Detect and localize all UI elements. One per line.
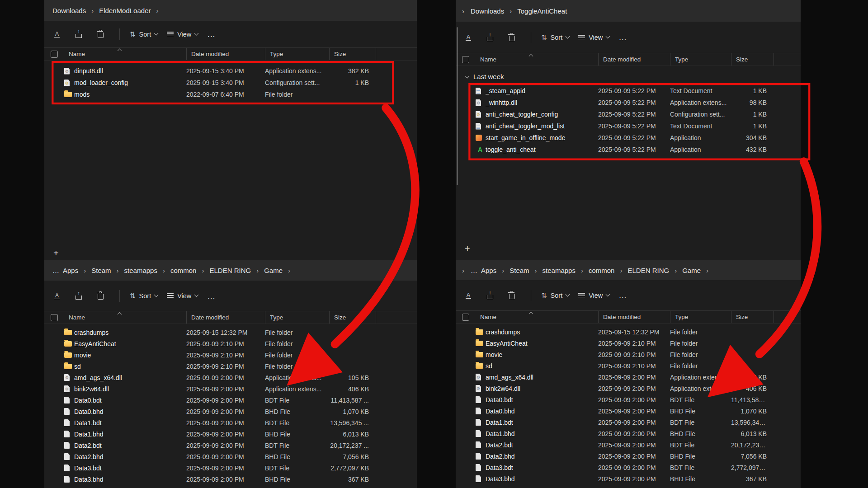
file-row[interactable]: sd 2025-09-09 2:10 PM File folder xyxy=(44,361,417,372)
file-row[interactable]: Data3.bdt 2025-09-09 2:00 PM BDT File 2,… xyxy=(456,462,801,473)
rename-button[interactable] xyxy=(49,27,65,42)
rename-button[interactable] xyxy=(460,30,476,45)
column-header-type[interactable]: Type xyxy=(670,53,731,66)
breadcrumb-item[interactable]: Apps xyxy=(63,267,78,274)
column-header-name[interactable]: Name xyxy=(64,311,186,324)
file-row[interactable]: amd_ags_x64.dll 2025-09-09 2:00 PM Appli… xyxy=(44,372,417,383)
new-item-button[interactable]: + xyxy=(51,248,61,258)
scrollbar[interactable] xyxy=(457,27,458,185)
breadcrumb-item[interactable]: Steam xyxy=(91,267,111,274)
delete-button[interactable] xyxy=(92,288,108,304)
file-row[interactable]: start_game_in_offline_mode 2025-09-09 5:… xyxy=(456,132,801,144)
file-row[interactable]: movie 2025-09-09 2:10 PM File folder xyxy=(456,349,801,360)
file-row[interactable]: toggle_anti_cheat 2025-09-09 5:22 PM App… xyxy=(456,144,801,155)
breadcrumb-item[interactable]: ELDEN RING xyxy=(627,267,669,274)
column-header-date[interactable]: Date modified xyxy=(186,311,265,324)
breadcrumb-item[interactable]: ToggleAntiCheat xyxy=(517,7,567,15)
column-header-type[interactable]: Type xyxy=(265,48,329,60)
chevron-right-icon[interactable]: › xyxy=(462,267,464,274)
breadcrumb-item[interactable]: steamapps xyxy=(124,267,157,274)
rename-button[interactable] xyxy=(460,288,476,303)
file-row[interactable]: anti_cheat_toggler_config 2025-09-09 5:2… xyxy=(456,108,801,120)
sort-button[interactable]: ⇅ Sort xyxy=(537,289,574,302)
breadcrumb-item[interactable]: Game xyxy=(264,267,283,274)
sort-button[interactable]: ⇅ Sort xyxy=(537,31,574,44)
breadcrumb-item[interactable]: Downloads xyxy=(471,7,504,15)
file-row[interactable]: mods 2022-09-07 6:40 PM File folder xyxy=(44,89,417,100)
file-row[interactable]: bink2w64.dll 2025-09-09 2:00 PM Applicat… xyxy=(44,383,417,394)
file-row[interactable]: Data1.bhd 2025-09-09 2:00 PM BHD File 6,… xyxy=(44,428,417,440)
column-header-type[interactable]: Type xyxy=(670,311,731,323)
breadcrumb-item[interactable]: Downloads xyxy=(52,7,86,14)
breadcrumb-item[interactable]: EldenModLoader xyxy=(99,7,151,14)
breadcrumb-item[interactable]: common xyxy=(589,267,615,274)
file-row[interactable]: EasyAntiCheat 2025-09-09 2:10 PM File fo… xyxy=(456,338,801,349)
breadcrumb-item[interactable]: … xyxy=(471,267,477,274)
file-row[interactable]: Data0.bhd 2025-09-09 2:00 PM BHD File 1,… xyxy=(456,405,801,417)
file-row[interactable]: _steam_appid 2025-09-09 5:22 PM Text Doc… xyxy=(456,85,801,97)
file-row[interactable]: Data3.bdt 2025-09-09 2:00 PM BDT File 2,… xyxy=(44,462,417,474)
column-header-date[interactable]: Date modified xyxy=(598,53,670,66)
breadcrumb-item[interactable]: … xyxy=(52,267,59,274)
share-button[interactable] xyxy=(482,288,498,303)
column-header-name[interactable]: Name xyxy=(64,48,186,60)
file-row[interactable]: movie 2025-09-09 2:10 PM File folder xyxy=(44,349,417,361)
chevron-right-icon[interactable]: › xyxy=(462,7,464,15)
file-row[interactable]: sd 2025-09-09 2:10 PM File folder xyxy=(456,360,801,371)
file-row[interactable]: Data3.bhd 2025-09-09 2:00 PM BHD File 36… xyxy=(44,474,417,485)
select-all-checkbox[interactable] xyxy=(462,56,469,63)
delete-button[interactable] xyxy=(504,288,520,303)
file-row[interactable]: EasyAntiCheat 2025-09-09 2:10 PM File fo… xyxy=(44,338,417,349)
file-row[interactable]: bink2w64.dll 2025-09-09 2:00 PM Applicat… xyxy=(456,383,801,394)
file-row[interactable]: Data2.bdt 2025-09-09 2:00 PM BDT File 20… xyxy=(456,439,801,450)
breadcrumb-item[interactable]: common xyxy=(170,267,197,274)
select-all-checkbox[interactable] xyxy=(51,51,58,58)
view-button[interactable]: View xyxy=(574,289,614,302)
column-header-date[interactable]: Date modified xyxy=(598,311,670,323)
sort-button[interactable]: ⇅ Sort xyxy=(125,28,162,41)
file-row[interactable]: Data2.bhd 2025-09-09 2:00 PM BHD File 7,… xyxy=(44,451,417,462)
breadcrumb-item[interactable]: Game xyxy=(682,267,701,274)
rename-button[interactable] xyxy=(49,288,65,304)
share-button[interactable] xyxy=(71,27,87,42)
view-button[interactable]: View xyxy=(574,31,614,44)
column-header-name[interactable]: Name xyxy=(476,53,598,66)
file-row[interactable]: dinput8.dll 2025-09-15 3:40 PM Applicati… xyxy=(44,65,417,77)
more-options-button[interactable]: … xyxy=(614,33,632,42)
file-row[interactable]: crashdumps 2025-09-15 12:32 PM File fold… xyxy=(456,326,801,338)
column-header-name[interactable]: Name xyxy=(476,311,598,323)
more-options-button[interactable]: … xyxy=(203,30,220,39)
file-row[interactable]: Data0.bhd 2025-09-09 2:00 PM BHD File 1,… xyxy=(44,406,417,417)
select-all-checkbox[interactable] xyxy=(462,314,469,321)
breadcrumb-item[interactable]: Apps xyxy=(481,267,496,274)
file-row[interactable]: Data0.bdt 2025-09-09 2:00 PM BDT File 11… xyxy=(456,394,801,405)
file-row[interactable]: crashdumps 2025-09-15 12:32 PM File fold… xyxy=(44,327,417,338)
file-row[interactable]: Data3.bhd 2025-09-09 2:00 PM BHD File 36… xyxy=(456,473,801,484)
file-row[interactable]: Data1.bhd 2025-09-09 2:00 PM BHD File 6,… xyxy=(456,428,801,439)
file-row[interactable]: Data2.bdt 2025-09-09 2:00 PM BDT File 20… xyxy=(44,440,417,451)
share-button[interactable] xyxy=(482,30,498,45)
select-all-checkbox[interactable] xyxy=(51,314,58,321)
breadcrumb-item[interactable]: steamapps xyxy=(542,267,576,274)
new-item-button[interactable]: + xyxy=(462,243,473,254)
sort-button[interactable]: ⇅ Sort xyxy=(125,289,162,303)
file-row[interactable]: anti_cheat_toggler_mod_list 2025-09-09 5… xyxy=(456,120,801,132)
delete-button[interactable] xyxy=(92,27,108,42)
column-header-size[interactable]: Size xyxy=(731,53,774,66)
delete-button[interactable] xyxy=(504,30,520,45)
view-button[interactable]: View xyxy=(162,290,203,302)
file-row[interactable]: Data1.bdt 2025-09-09 2:00 PM BDT File 13… xyxy=(44,417,417,428)
file-row[interactable]: Data0.bdt 2025-09-09 2:00 PM BDT File 11… xyxy=(44,394,417,406)
more-options-button[interactable]: … xyxy=(614,291,632,300)
more-options-button[interactable]: … xyxy=(203,291,220,300)
file-row[interactable]: amd_ags_x64.dll 2025-09-09 2:00 PM Appli… xyxy=(456,371,801,383)
share-button[interactable] xyxy=(71,288,87,304)
file-row[interactable]: Data2.bhd 2025-09-09 2:00 PM BHD File 7,… xyxy=(456,450,801,462)
file-row[interactable]: Data1.bdt 2025-09-09 2:00 PM BDT File 13… xyxy=(456,417,801,428)
file-row[interactable]: mod_loader_config 2025-09-15 3:40 PM Con… xyxy=(44,77,417,89)
column-header-size[interactable]: Size xyxy=(329,311,376,324)
column-header-size[interactable]: Size xyxy=(731,311,774,323)
column-header-date[interactable]: Date modified xyxy=(186,48,265,60)
file-row[interactable]: _winhttp.dll 2025-09-09 5:22 PM Applicat… xyxy=(456,97,801,108)
group-header-last-week[interactable]: Last week xyxy=(456,70,801,82)
